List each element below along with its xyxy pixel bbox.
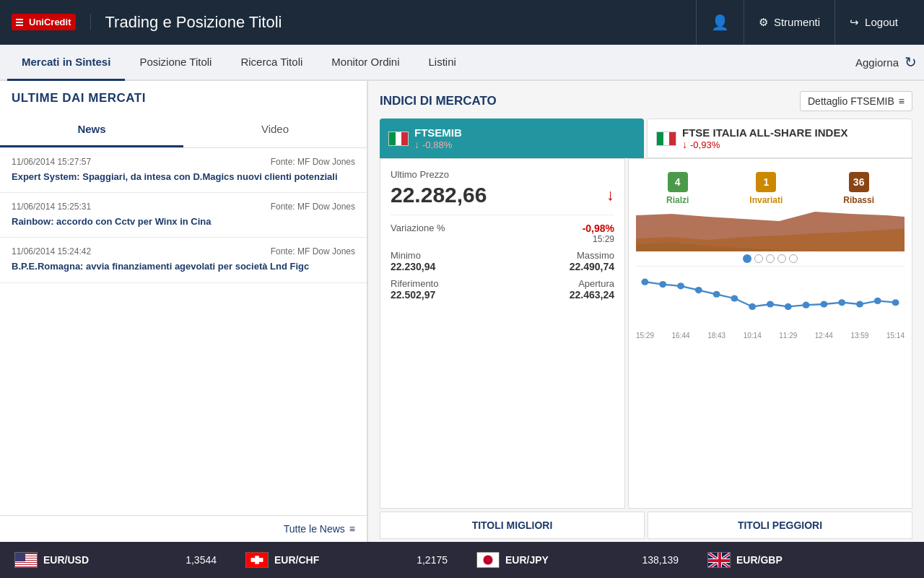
index-tabs: FTSEMIB ↓ -0,88% FTSE ITALIA ALL-SHARE I…: [380, 118, 912, 158]
logout-label: Logout: [865, 16, 898, 28]
titoli-peggiori-label: TITOLI PEGGIORI: [738, 519, 822, 531]
svg-point-5: [677, 282, 684, 289]
index-name: FTSE ITALIA ALL-SHARE INDEX: [682, 126, 847, 139]
tab-news[interactable]: News: [0, 113, 183, 147]
massimo-section: Massimo 22.490,74: [502, 250, 614, 272]
time-5: 11:29: [779, 332, 797, 340]
price-chart: [636, 269, 905, 327]
ribassi-badge: 36: [849, 172, 869, 192]
header: UniCredit Trading e Posizione Titoli 👤 ⚙…: [0, 0, 924, 45]
svg-rect-25: [15, 567, 38, 568]
titoli-migliori-section[interactable]: TITOLI MIGLIORI: [380, 512, 645, 539]
currency-pair-eurusd: EUR/USD: [43, 554, 89, 566]
titoli-peggiori-section[interactable]: TITOLI PEGGIORI: [648, 512, 912, 539]
index-change: -0,88%: [422, 139, 452, 150]
logout-icon: ↪: [850, 16, 859, 29]
person-icon: 👤: [711, 14, 729, 31]
strumenti-button[interactable]: ⚙ Strumenti: [744, 0, 834, 45]
svg-point-6: [695, 287, 702, 293]
tab-mercati[interactable]: Mercati in Sintesi: [7, 45, 125, 81]
aggiorna-label: Aggiorna: [855, 56, 899, 69]
currency-pair-eurjpy: EUR/JPY: [505, 554, 549, 566]
svg-rect-40: [708, 559, 731, 562]
massimo-label: Massimo: [502, 250, 614, 261]
right-panel: INDICI DI MERCATO Dettaglio FTSEMIB ≡ FT…: [368, 81, 924, 542]
variazione-time: 15:29: [583, 234, 614, 244]
svg-point-9: [749, 303, 756, 310]
svg-point-10: [767, 301, 774, 307]
index-tab-ftsemib[interactable]: FTSEMIB ↓ -0,88%: [380, 118, 644, 158]
news-headline: Rainbow: accordo con Cctv per Winx in Ci…: [12, 215, 355, 228]
logo-badge: UniCredit: [12, 14, 76, 30]
titoli-migliori-label: TITOLI MIGLIORI: [472, 519, 553, 531]
news-meta: 11/06/2014 15:24:42 Fonte: MF Dow Jones: [12, 246, 355, 256]
strumenti-icon: ⚙: [759, 16, 768, 29]
price-value: 22.282,66 ↓: [391, 183, 614, 207]
tab-monitor[interactable]: Monitor Ordini: [317, 45, 414, 81]
flag-ch: [245, 552, 269, 568]
price-panel: Ultimo Prezzo 22.282,66 ↓ Variazione % -…: [380, 158, 625, 509]
apertura-label: Apertura: [502, 278, 614, 289]
riferimento-value: 22.502,97: [391, 289, 502, 301]
dot-4: [777, 254, 786, 263]
news-source: Fonte: MF Dow Jones: [271, 157, 355, 167]
price-down-icon: ↓: [606, 186, 614, 204]
news-item[interactable]: 11/06/2014 15:27:57 Fonte: MF Dow Jones …: [0, 148, 367, 193]
down-arrow-icon: ↓: [682, 139, 687, 150]
index-tab-allshare[interactable]: FTSE ITALIA ALL-SHARE INDEX ↓ -0,93%: [647, 118, 912, 158]
tutte-news-button[interactable]: Tutte le News ≡: [0, 515, 367, 542]
flag-gb: [707, 552, 731, 568]
main-content: ULTIME DAI MERCATI News Video 11/06/2014…: [0, 81, 924, 542]
ribassi-label: Ribassi: [843, 195, 874, 205]
titoli-row: TITOLI MIGLIORI TITOLI PEGGIORI: [380, 512, 912, 539]
tab-posizione[interactable]: Posizione Titoli: [125, 45, 226, 81]
flag-us: [14, 552, 38, 568]
sort-icon: ≡: [899, 95, 905, 107]
news-datetime: 11/06/2014 15:25:31: [12, 202, 91, 212]
dettaglio-label: Dettaglio FTSEMIB: [808, 95, 894, 107]
svg-point-13: [820, 301, 827, 307]
invariati-label: Invariati: [749, 195, 783, 205]
riferimento-label: Riferimento: [391, 278, 502, 289]
nav-tabs: Mercati in Sintesi Posizione Titoli Rice…: [0, 45, 924, 81]
apertura-value: 22.463,24: [502, 289, 614, 301]
tutte-news-label: Tutte le News: [284, 523, 345, 535]
riferimento-section: Riferimento 22.502,97: [391, 278, 502, 301]
rialzi-bar: 4 Rialzi 1 Invariati 36 Ribassi: [636, 166, 905, 208]
dot-1: [743, 254, 751, 263]
tab-listini[interactable]: Listini: [414, 45, 471, 81]
rialzi-badge: 4: [668, 172, 688, 192]
news-headline: Expert System: Spaggiari, da intesa con …: [12, 171, 355, 184]
time-4: 10:14: [744, 332, 762, 340]
logout-button[interactable]: ↪ Logout: [834, 0, 912, 45]
chart-panel: 4 Rialzi 1 Invariati 36 Ribassi: [628, 158, 912, 509]
currency-eurusd: EUR/USD 1,3544: [14, 552, 217, 568]
currency-eurjpy: EUR/JPY 138,139: [476, 552, 679, 568]
market-detail: Ultimo Prezzo 22.282,66 ↓ Variazione % -…: [380, 158, 912, 509]
news-item[interactable]: 11/06/2014 15:24:42 Fonte: MF Dow Jones …: [0, 238, 367, 282]
tab-ricerca[interactable]: Ricerca Titoli: [226, 45, 317, 81]
svg-rect-23: [15, 563, 38, 564]
news-video-tabs: News Video: [0, 113, 367, 148]
minimo-value: 22.230,94: [391, 261, 502, 272]
app-title: Trading e Posizione Titoli: [105, 13, 696, 32]
tab-video[interactable]: Video: [183, 113, 367, 147]
variazione-label: Variazione %: [391, 223, 445, 233]
news-datetime: 11/06/2014 15:27:57: [12, 157, 91, 167]
last-price: 22.282,66: [391, 183, 487, 207]
italy-flag: [656, 131, 676, 146]
rialzi-label: Rialzi: [666, 195, 689, 205]
dettaglio-button[interactable]: Dettaglio FTSEMIB ≡: [800, 91, 912, 111]
svg-point-12: [803, 302, 810, 309]
index-tab-content: FTSE ITALIA ALL-SHARE INDEX ↓ -0,93%: [682, 126, 847, 150]
minimo-label: Minimo: [391, 250, 502, 261]
ultime-mercati-title: ULTIME DAI MERCATI: [0, 81, 367, 113]
news-headline: B.P.E.Romagna: avvia finanziamenti agevo…: [12, 260, 355, 273]
chart-times: 15:29 16:44 18:43 10:14 11:29 12:44 13:5…: [636, 330, 905, 341]
user-button[interactable]: 👤: [696, 0, 744, 45]
apertura-section: Apertura 22.463,24: [502, 278, 614, 301]
mini-chart: 15:29 16:44 18:43 10:14 11:29 12:44 13:5…: [636, 266, 905, 501]
aggiorna-button[interactable]: Aggiorna ↻: [855, 45, 917, 79]
news-item[interactable]: 11/06/2014 15:25:31 Fonte: MF Dow Jones …: [0, 193, 367, 238]
time-8: 15:14: [886, 332, 905, 340]
